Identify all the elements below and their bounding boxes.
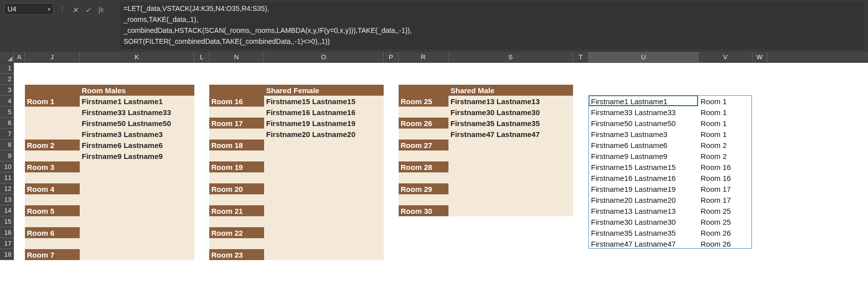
cell-L-2[interactable]: [194, 74, 209, 85]
column-header-R[interactable]: R: [399, 52, 448, 62]
cell-L-18[interactable]: [194, 249, 209, 260]
output-room-r1[interactable]: [699, 63, 752, 74]
block1-room-r12[interactable]: Room 4: [25, 183, 80, 194]
block3-name-r10[interactable]: [448, 161, 573, 172]
block1-room-r4[interactable]: Room 1: [25, 96, 80, 107]
row-header-5[interactable]: 5: [0, 107, 14, 118]
block3-name-r14[interactable]: [448, 205, 573, 216]
cell-W-9[interactable]: [752, 150, 767, 161]
cell-T-14[interactable]: [573, 205, 589, 216]
block1-name-r10[interactable]: [80, 161, 194, 172]
block3-room-r18[interactable]: [399, 249, 448, 260]
block2-room-r10[interactable]: Room 19: [209, 161, 264, 172]
cell-L-4[interactable]: [194, 96, 209, 107]
block2-room-r3[interactable]: [209, 85, 264, 96]
row-header-14[interactable]: 14: [0, 205, 14, 216]
output-name-r2[interactable]: [589, 74, 699, 85]
block3-name-r8[interactable]: [448, 140, 573, 150]
block2-room-r5[interactable]: [209, 107, 264, 118]
block1-room-r10[interactable]: Room 3: [25, 161, 80, 172]
cell-T-10[interactable]: [573, 161, 589, 172]
cell-W-2[interactable]: [752, 74, 767, 85]
column-header-L[interactable]: L: [194, 52, 209, 62]
block3-name-r11[interactable]: [448, 172, 573, 183]
block3-name-r17[interactable]: [448, 238, 573, 249]
row-header-17[interactable]: 17: [0, 238, 14, 249]
block2-name-r18[interactable]: [264, 249, 384, 260]
block1-name-r4[interactable]: Firstname1 Lastname1: [80, 96, 194, 107]
cell-P-10[interactable]: [384, 161, 399, 172]
cell-T-12[interactable]: [573, 183, 589, 194]
block3-room-r4[interactable]: Room 25: [399, 96, 448, 107]
cell-A-8[interactable]: [14, 140, 25, 150]
block1-name-r9[interactable]: Firstname9 Lastname9: [80, 150, 194, 161]
cell-A-12[interactable]: [14, 183, 25, 194]
block3-room-r6[interactable]: Room 26: [399, 118, 448, 129]
output-name-r7[interactable]: Firstname3 Lastname3: [589, 129, 699, 140]
output-name-r16[interactable]: Firstname35 Lastname35: [589, 227, 699, 238]
output-room-r6[interactable]: Room 1: [699, 118, 752, 129]
cell-P-4[interactable]: [384, 96, 399, 107]
output-room-r16[interactable]: Room 26: [699, 227, 752, 238]
block2-room-r2[interactable]: [209, 74, 264, 85]
check-icon[interactable]: ✓: [84, 5, 93, 14]
block1-name-r14[interactable]: [80, 205, 194, 216]
formula-input[interactable]: =LET(_data,VSTACK(J4:K35,N4:O35,R4:S35),…: [120, 2, 864, 49]
block3-room-r10[interactable]: Room 28: [399, 161, 448, 172]
output-name-r1[interactable]: [589, 63, 699, 74]
block3-room-r2[interactable]: [399, 74, 448, 85]
block3-name-r2[interactable]: [448, 74, 573, 85]
cell-P-3[interactable]: [384, 85, 399, 96]
cell-P-1[interactable]: [384, 63, 399, 74]
output-room-r9[interactable]: Room 2: [699, 150, 752, 161]
cell-P-17[interactable]: [384, 238, 399, 249]
cell-A-1[interactable]: [14, 63, 25, 74]
cell-L-16[interactable]: [194, 227, 209, 238]
cell-T-18[interactable]: [573, 249, 589, 260]
block1-room-r3[interactable]: [25, 85, 80, 96]
cell-W-17[interactable]: [752, 238, 767, 249]
block2-room-r4[interactable]: Room 16: [209, 96, 264, 107]
cell-P-15[interactable]: [384, 216, 399, 227]
output-room-r12[interactable]: Room 17: [699, 183, 752, 194]
cell-T-3[interactable]: [573, 85, 589, 96]
cell-T-16[interactable]: [573, 227, 589, 238]
row-header-13[interactable]: 13: [0, 194, 14, 205]
column-header-S[interactable]: S: [448, 52, 573, 62]
cell-A-15[interactable]: [14, 216, 25, 227]
block2-room-r11[interactable]: [209, 172, 264, 183]
cell-T-2[interactable]: [573, 74, 589, 85]
block1-name-r5[interactable]: Firstname33 Lastname33: [80, 107, 194, 118]
block1-room-r6[interactable]: [25, 118, 80, 129]
output-room-r8[interactable]: Room 2: [699, 140, 752, 150]
block1-room-r5[interactable]: [25, 107, 80, 118]
block3-name-r13[interactable]: [448, 194, 573, 205]
block2-room-r17[interactable]: [209, 238, 264, 249]
block3-room-r13[interactable]: [399, 194, 448, 205]
block2-name-r8[interactable]: [264, 140, 384, 150]
block2-name-r1[interactable]: [264, 63, 384, 74]
output-name-r6[interactable]: Firstname50 Lastname50: [589, 118, 699, 129]
block2-name-r4[interactable]: Firstname15 Lastname15: [264, 96, 384, 107]
block1-name-r13[interactable]: [80, 194, 194, 205]
row-header-9[interactable]: 9: [0, 150, 14, 161]
output-room-r11[interactable]: Room 16: [699, 172, 752, 183]
block1-name-r16[interactable]: [80, 227, 194, 238]
output-name-r5[interactable]: Firstname33 Lastname33: [589, 107, 699, 118]
output-name-r18[interactable]: [589, 249, 699, 260]
block1-room-r17[interactable]: [25, 238, 80, 249]
output-room-r14[interactable]: Room 25: [699, 205, 752, 216]
block2-room-r14[interactable]: Room 21: [209, 205, 264, 216]
block1-room-r13[interactable]: [25, 194, 80, 205]
cell-A-14[interactable]: [14, 205, 25, 216]
cell-L-3[interactable]: [194, 85, 209, 96]
cell-P-13[interactable]: [384, 194, 399, 205]
cell-P-6[interactable]: [384, 118, 399, 129]
block2-room-r1[interactable]: [209, 63, 264, 74]
block3-room-r3[interactable]: [399, 85, 448, 96]
output-room-r4[interactable]: Room 1: [699, 96, 752, 107]
block3-room-r16[interactable]: [399, 227, 448, 238]
block1-room-r2[interactable]: [25, 74, 80, 85]
block3-name-r16[interactable]: [448, 227, 573, 238]
block3-name-r1[interactable]: [448, 63, 573, 74]
